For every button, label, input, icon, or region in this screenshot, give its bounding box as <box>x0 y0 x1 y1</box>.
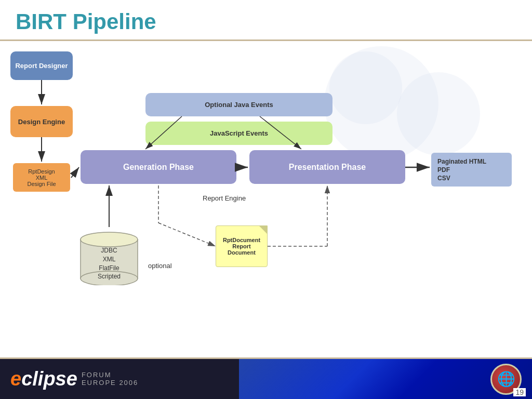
europe-label: EUROPE 2006 <box>82 379 138 387</box>
bg-circle-2 <box>397 72 480 155</box>
optional-java-events-node: Optional Java Events <box>145 93 332 116</box>
svg-line-14 <box>158 223 216 246</box>
rpt-doc-label: RptDocument Report Document <box>223 237 260 256</box>
slide-header: BIRT Pipeline <box>0 0 532 41</box>
database-cylinder: JDBC XML FlatFile Scripted <box>78 228 140 285</box>
forum-text: FORUM EUROPE 2006 <box>82 371 138 387</box>
forum-label: FORUM <box>82 371 138 379</box>
rpt-document-node: RptDocument Report Document <box>216 225 268 267</box>
javascript-events-label: JavaScript Events <box>210 129 268 137</box>
presentation-phase-label: Presentation Phase <box>289 163 366 172</box>
design-engine-label: Design Engine <box>18 118 65 126</box>
output-node: Paginated HTML PDF CSV <box>431 153 512 187</box>
slide-title: BIRT Pipeline <box>16 9 156 34</box>
document-fold <box>259 226 267 234</box>
design-engine-node: Design Engine <box>10 106 73 137</box>
page-number: 19 <box>513 388 526 396</box>
javascript-events-node: JavaScript Events <box>145 122 332 145</box>
eclipse-logo: eclipse <box>10 368 77 390</box>
database-label: JDBC XML FlatFile Scripted <box>78 246 140 281</box>
rpt-design-xml-node: RptDesignXMLDesign File <box>13 163 70 192</box>
svg-point-2 <box>81 232 138 247</box>
report-designer-node: Report Designer <box>10 51 73 80</box>
slide-content: Report Designer Design Engine RptDesignX… <box>0 41 532 357</box>
output-pdf-label: PDF <box>437 166 450 174</box>
slide: BIRT Pipeline Report Designer Design Eng… <box>0 0 532 399</box>
footer-decoration: 🌐 <box>239 359 532 399</box>
optional-label: optional <box>148 262 172 270</box>
footer-brand: eclipse FORUM EUROPE 2006 <box>0 359 239 399</box>
slide-footer: eclipse FORUM EUROPE 2006 🌐 <box>0 357 532 399</box>
svg-line-7 <box>71 167 79 178</box>
presentation-phase-node: Presentation Phase <box>249 150 405 184</box>
output-html-label: Paginated HTML <box>437 158 486 165</box>
output-csv-label: CSV <box>437 175 450 182</box>
generation-phase-label: Generation Phase <box>123 163 194 172</box>
rpt-design-xml-label: RptDesignXMLDesign File <box>27 168 56 187</box>
report-designer-label: Report Designer <box>15 62 68 70</box>
bg-circle-3 <box>329 51 402 124</box>
optional-java-events-label: Optional Java Events <box>205 101 273 109</box>
generation-phase-node: Generation Phase <box>81 150 236 184</box>
report-engine-label: Report Engine <box>203 194 246 202</box>
